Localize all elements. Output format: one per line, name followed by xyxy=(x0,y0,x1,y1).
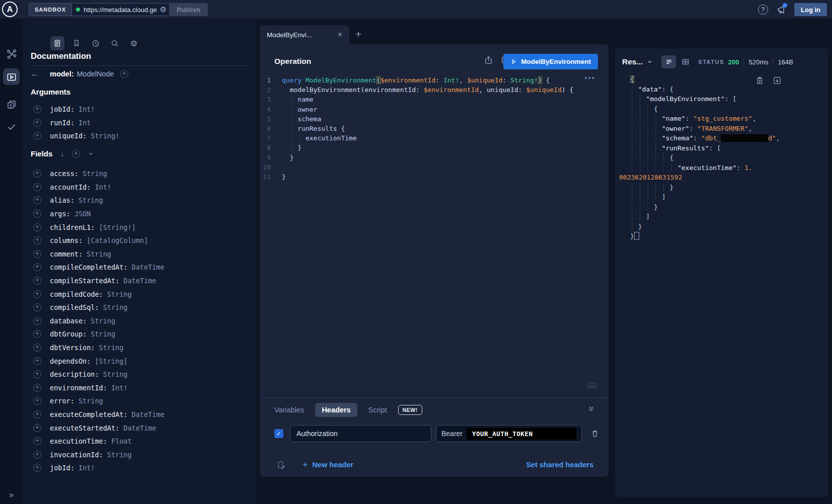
run-operation-button[interactable]: ModelByEnvironment xyxy=(503,54,598,69)
field-row[interactable]: +dbtVersion: String xyxy=(31,341,165,355)
set-shared-headers-link[interactable]: Set shared headers xyxy=(526,461,593,469)
field-name[interactable]: invocationId: xyxy=(50,451,103,459)
settings-gear-icon[interactable]: ⚙ xyxy=(127,36,141,50)
field-type[interactable]: Int! xyxy=(74,464,95,472)
bookmark-icon[interactable] xyxy=(69,36,84,50)
explorer-icon[interactable] xyxy=(0,71,23,82)
add-field-icon[interactable]: + xyxy=(33,464,41,472)
code-line[interactable]: 7 │ │ executionTime xyxy=(260,133,609,143)
publish-button[interactable]: Publish xyxy=(169,3,208,16)
argument-type[interactable]: Int! xyxy=(74,105,95,113)
search-icon[interactable] xyxy=(108,36,122,50)
field-row[interactable]: +database: String xyxy=(31,314,165,328)
documentation-tab-icon[interactable] xyxy=(50,36,64,50)
field-row[interactable]: +compileStartedAt: DateTime xyxy=(31,274,165,288)
field-name[interactable]: comment: xyxy=(50,250,83,258)
field-type[interactable]: [String] xyxy=(91,357,127,365)
add-field-icon[interactable]: + xyxy=(33,330,41,338)
new-tab-icon[interactable]: + xyxy=(355,28,361,40)
announcements-icon[interactable] xyxy=(776,4,787,15)
field-row[interactable]: +description: String xyxy=(31,368,165,381)
add-field-icon[interactable]: + xyxy=(33,196,41,204)
field-name[interactable]: executeCompletedAt: xyxy=(50,410,127,418)
model-type-link[interactable]: ModelNode xyxy=(77,70,114,78)
connection-settings-gear-icon[interactable]: ⚙ xyxy=(160,5,167,14)
field-type[interactable]: Int! xyxy=(91,183,111,191)
argument-name[interactable]: jobId: xyxy=(50,105,74,113)
format-list-icon[interactable] xyxy=(661,55,676,68)
add-argument-icon[interactable]: + xyxy=(33,105,41,113)
history-icon[interactable] xyxy=(89,36,103,50)
login-button[interactable]: Log in xyxy=(794,3,827,16)
code-line[interactable]: 4 │ owner xyxy=(260,105,609,114)
add-argument-icon[interactable]: + xyxy=(33,132,41,140)
field-row[interactable]: +executeCompletedAt: DateTime xyxy=(31,408,165,422)
add-field-icon[interactable]: + xyxy=(33,303,41,311)
add-field-icon[interactable]: + xyxy=(33,277,41,285)
add-field-icon[interactable]: + xyxy=(33,263,41,271)
field-row[interactable]: +dbtGroup: String xyxy=(31,327,165,341)
argument-type[interactable]: String! xyxy=(87,132,119,140)
code-line[interactable]: 8 │ } xyxy=(260,143,609,152)
help-icon[interactable]: ? xyxy=(758,5,768,15)
add-field-icon[interactable]: + xyxy=(33,317,41,325)
field-name[interactable]: description: xyxy=(50,370,99,378)
code-line[interactable]: 3 │ name xyxy=(260,95,609,104)
operation-collection-icon[interactable] xyxy=(0,99,23,110)
field-type[interactable]: String xyxy=(83,250,111,258)
field-type[interactable]: [CatalogColumn] xyxy=(83,236,148,244)
field-row[interactable]: +environmentId: Int! xyxy=(31,381,165,395)
back-arrow-icon[interactable]: ← xyxy=(31,69,42,79)
share-icon[interactable] xyxy=(484,55,493,65)
argument-type[interactable]: Int xyxy=(74,119,91,127)
add-field-icon[interactable]: + xyxy=(33,424,41,432)
argument-name[interactable]: uniqueId: xyxy=(50,132,87,140)
add-field-icon[interactable]: + xyxy=(33,210,41,218)
graphql-editor[interactable]: 1query ModelByEnvironment($environmentId… xyxy=(260,75,609,392)
tab-headers[interactable]: Headers xyxy=(315,403,357,417)
field-type[interactable]: String xyxy=(74,397,103,405)
field-row[interactable]: +compiledSql: String xyxy=(31,301,165,314)
code-line[interactable]: 6 │ runResults { xyxy=(260,124,609,133)
add-field-icon[interactable]: + xyxy=(33,250,41,258)
field-type[interactable]: String xyxy=(99,370,128,378)
add-field-icon[interactable]: + xyxy=(33,357,41,365)
field-name[interactable]: error: xyxy=(50,397,74,405)
field-type[interactable]: String xyxy=(103,290,132,298)
field-name[interactable]: environmentId: xyxy=(50,384,107,392)
table-view-icon[interactable] xyxy=(681,57,690,66)
field-name[interactable]: jobId: xyxy=(50,464,74,472)
response-title[interactable]: Res... xyxy=(622,57,643,66)
field-type[interactable]: String xyxy=(74,196,103,204)
add-field-icon[interactable]: + xyxy=(33,170,41,178)
add-field-icon[interactable]: + xyxy=(33,397,41,405)
argument-row[interactable]: +jobId: Int! xyxy=(31,103,119,116)
field-name[interactable]: args: xyxy=(50,210,70,218)
field-row[interactable]: +executeStartedAt: DateTime xyxy=(31,421,165,435)
field-type[interactable]: String xyxy=(87,317,115,325)
header-key-input[interactable]: Authorization xyxy=(290,425,431,442)
expand-rail-icon[interactable]: » xyxy=(0,490,23,500)
code-line[interactable]: 9 } xyxy=(260,153,609,162)
field-name[interactable]: compiledSql: xyxy=(50,303,99,311)
close-tab-icon[interactable]: × xyxy=(338,30,342,39)
response-dropdown-chevron-icon[interactable] xyxy=(647,59,653,65)
add-field-icon[interactable]: + xyxy=(33,183,41,191)
field-row[interactable]: +args: JSON xyxy=(31,207,165,221)
collapse-request-panel-icon[interactable] xyxy=(587,404,595,413)
file-edit-icon[interactable] xyxy=(276,460,286,470)
apollo-logo[interactable]: A xyxy=(2,2,18,17)
field-type[interactable]: JSON xyxy=(70,210,91,218)
field-type[interactable]: String xyxy=(95,344,123,352)
argument-name[interactable]: runId: xyxy=(50,119,74,127)
add-model-icon[interactable]: + xyxy=(120,70,128,78)
field-name[interactable]: compileStartedAt: xyxy=(50,277,119,285)
header-value-input[interactable]: Bearer YOUR_AUTH_TOKEN xyxy=(436,425,582,442)
add-field-icon[interactable]: + xyxy=(33,236,41,244)
new-header-button[interactable]: + New header xyxy=(302,460,353,470)
field-row[interactable]: +access: String xyxy=(31,167,165,181)
field-name[interactable]: compileCompletedAt: xyxy=(50,263,127,271)
field-row[interactable]: +error: String xyxy=(31,394,165,408)
add-field-icon[interactable]: + xyxy=(33,410,41,418)
field-row[interactable]: +accountId: Int! xyxy=(31,181,165,194)
